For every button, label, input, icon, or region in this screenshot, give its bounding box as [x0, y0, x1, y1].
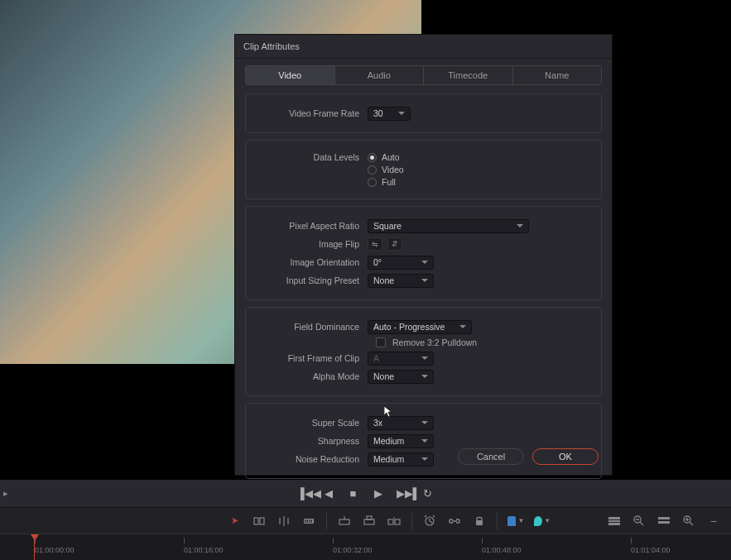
svg-rect-6 — [311, 519, 313, 523]
last-frame-button[interactable]: ▶▶▌ — [397, 487, 410, 500]
flag-marker-button[interactable]: ▼ — [507, 516, 524, 526]
data-levels-auto[interactable]: Auto — [368, 152, 404, 162]
dynamic-trim-tool[interactable] — [277, 514, 291, 529]
svg-rect-0 — [254, 518, 258, 524]
timecode-tick: 01:00:16:00 — [184, 546, 224, 554]
image-orientation-dropdown[interactable]: 0° — [368, 256, 434, 270]
dialog-tabs: Video Audio Timecode Name — [245, 65, 602, 85]
alpha-mode-label: Alpha Mode — [256, 371, 368, 381]
first-frame-button[interactable]: ▐◀◀ — [297, 487, 310, 500]
flip-vertical-button[interactable]: ⇵ — [387, 237, 402, 251]
image-orientation-label: Image Orientation — [256, 257, 368, 267]
timeline-view-button[interactable] — [607, 514, 622, 529]
section-data-levels: Data Levels Auto Video Full — [245, 140, 602, 199]
svg-rect-1 — [260, 518, 264, 524]
trim-tool[interactable] — [252, 514, 267, 529]
insert-clip-button[interactable] — [337, 514, 352, 529]
clip-attributes-dialog: Clip Attributes Video Audio Timecode Nam… — [234, 34, 613, 476]
svg-rect-8 — [364, 519, 374, 524]
section-superscale: Super Scale 3x Sharpness Medium Noise Re… — [245, 403, 602, 479]
input-sizing-preset-label: Input Sizing Preset — [256, 275, 368, 285]
first-frame-dropdown: A — [368, 352, 434, 366]
sharpness-label: Sharpness — [256, 436, 368, 446]
pixel-aspect-ratio-dropdown[interactable]: Square — [368, 219, 529, 233]
zoom-minus-button[interactable]: − — [706, 514, 721, 529]
timecode-tick: 01:01:04:00 — [631, 546, 671, 554]
remove-pulldown-label: Remove 3:2 Pulldown — [392, 337, 477, 347]
link-button[interactable] — [447, 514, 462, 529]
svg-rect-4 — [307, 519, 309, 523]
radio-icon — [368, 153, 377, 162]
color-marker-button[interactable]: ▼ — [534, 516, 551, 526]
super-scale-label: Super Scale — [256, 418, 368, 428]
zoom-out-button[interactable] — [632, 514, 647, 529]
cancel-button[interactable]: Cancel — [458, 448, 524, 465]
tab-name[interactable]: Name — [513, 66, 602, 84]
svg-rect-10 — [388, 519, 393, 524]
dialog-title: Clip Attributes — [235, 35, 612, 59]
data-levels-label: Data Levels — [256, 152, 368, 162]
zoom-options-button[interactable] — [656, 514, 671, 529]
svg-rect-11 — [395, 519, 400, 524]
flag-icon — [507, 516, 516, 526]
svg-rect-18 — [658, 517, 670, 519]
section-aspect: Pixel Aspect Ratio Square Image Flip ⇋ ⇵… — [245, 206, 602, 300]
blade-tool[interactable] — [301, 514, 316, 529]
data-levels-radio-group: Auto Video Full — [368, 152, 404, 187]
sharpness-dropdown[interactable]: Medium — [368, 434, 434, 448]
svg-rect-9 — [367, 516, 372, 519]
svg-rect-15 — [608, 520, 620, 522]
noise-reduction-dropdown[interactable]: Medium — [368, 452, 434, 467]
video-frame-rate-label: Video Frame Rate — [256, 108, 368, 118]
image-flip-label: Image Flip — [256, 239, 368, 249]
zoom-in-button[interactable] — [681, 514, 696, 529]
flip-horizontal-button[interactable]: ⇋ — [368, 237, 382, 251]
data-levels-video[interactable]: Video — [368, 165, 404, 175]
timecode-tick: 01:00:00:00 — [35, 546, 75, 554]
timeline-ruler[interactable]: 01:00:00:00 01:00:16:00 01:00:32:00 01:0… — [0, 534, 731, 560]
radio-icon — [368, 165, 377, 175]
field-dominance-label: Field Dominance — [256, 322, 368, 332]
section-framerate: Video Frame Rate 30 — [245, 93, 602, 133]
svg-rect-16 — [608, 523, 620, 525]
marker-icon — [534, 516, 542, 526]
noise-reduction-label: Noise Reduction — [256, 454, 368, 464]
tab-video[interactable]: Video — [246, 66, 335, 84]
alpha-mode-dropdown[interactable]: None — [368, 370, 434, 384]
overwrite-clip-button[interactable] — [362, 514, 377, 529]
radio-icon — [368, 178, 377, 187]
remove-pulldown-checkbox[interactable] — [376, 337, 386, 347]
panel-toggle-button[interactable]: ▸ — [0, 480, 12, 507]
edit-toolbar: ➤ ▼ ▼ − — [0, 507, 731, 534]
svg-rect-5 — [309, 519, 310, 523]
tab-audio[interactable]: Audio — [335, 66, 425, 84]
ok-button[interactable]: OK — [532, 448, 599, 465]
super-scale-dropdown[interactable]: 3x — [368, 416, 434, 430]
svg-rect-14 — [608, 517, 620, 519]
input-sizing-preset-dropdown[interactable]: None — [368, 274, 434, 288]
transport-bar: ▸ ▐◀◀ ◀ ■ ▶ ▶▶▌ ↻ — [0, 480, 731, 507]
data-levels-full[interactable]: Full — [368, 177, 404, 187]
svg-rect-3 — [305, 519, 306, 523]
replace-clip-button[interactable] — [387, 514, 402, 529]
video-frame-rate-dropdown[interactable]: 30 — [368, 107, 411, 121]
stop-button[interactable]: ■ — [347, 487, 360, 500]
first-frame-label: First Frame of Clip — [256, 353, 368, 363]
field-dominance-dropdown[interactable]: Auto - Progressive — [368, 320, 472, 334]
svg-rect-13 — [476, 520, 483, 525]
pixel-aspect-ratio-label: Pixel Aspect Ratio — [256, 221, 368, 231]
play-button[interactable]: ▶ — [372, 487, 385, 500]
retime-button[interactable] — [422, 514, 437, 529]
timecode-tick: 01:00:48:00 — [482, 546, 522, 554]
loop-button[interactable]: ↻ — [421, 487, 435, 500]
section-field: Field Dominance Auto - Progressive Remov… — [245, 307, 602, 396]
selection-tool[interactable]: ➤ — [227, 514, 242, 529]
timecode-tick: 01:00:32:00 — [333, 546, 373, 554]
prev-frame-button[interactable]: ◀ — [322, 487, 335, 500]
svg-rect-7 — [339, 519, 349, 524]
svg-rect-19 — [658, 521, 670, 524]
tab-timecode[interactable]: Timecode — [424, 66, 513, 84]
lock-button[interactable] — [472, 514, 487, 529]
